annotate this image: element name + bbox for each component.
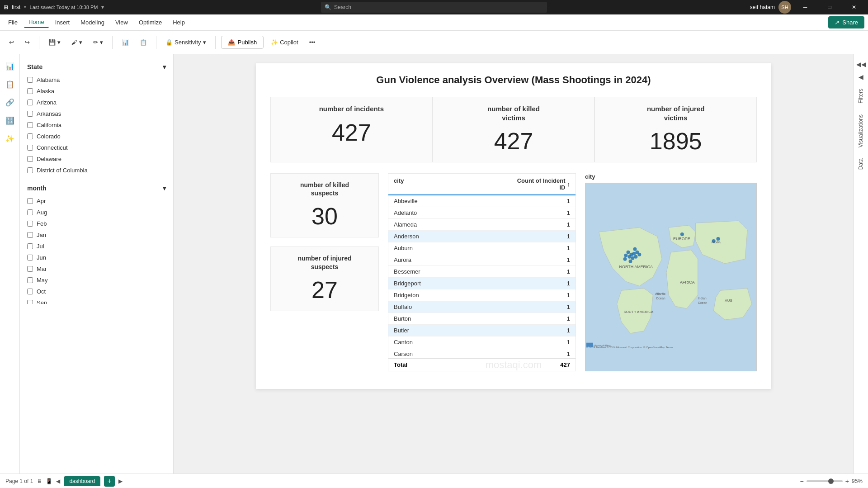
search-bar[interactable]: 🔍 Search [321,2,547,13]
svg-text:Ocean: Ocean [698,301,708,304]
map-container[interactable]: NORTH AMERICA SOUTH AMERICA EUROPE AFRIC… [585,183,757,371]
month-checkbox-8[interactable] [27,289,33,294]
nav-dax-icon[interactable]: 🔢 [2,112,18,128]
tab-visualizations[interactable]: Visualizations [855,109,868,153]
next-page-button[interactable]: ▶ [118,478,123,484]
close-button[interactable]: ✕ [844,0,864,14]
state-label-7: Delaware [37,156,61,162]
menu-view[interactable]: View [111,17,132,28]
state-checkbox-3[interactable] [27,111,33,117]
zoom-in-button[interactable]: + [845,478,849,485]
state-checkbox-6[interactable] [27,145,33,151]
zoom-out-button[interactable]: − [800,478,804,485]
state-item-2[interactable]: Arizona [25,97,168,108]
state-checkbox-4[interactable] [27,122,33,128]
nav-model-icon[interactable]: 🔗 [2,94,18,110]
dropdown-icon[interactable]: ▾ [101,4,104,10]
state-checkbox-8[interactable] [27,167,33,173]
month-checkbox-7[interactable] [27,277,33,283]
state-item-3[interactable]: Arkansas [25,108,168,119]
collapse-inner-button[interactable]: ◀ [856,71,866,83]
sensitivity-icon: 🔒 [165,39,173,46]
map-svg: NORTH AMERICA SOUTH AMERICA EUROPE AFRIC… [585,183,756,371]
undo-button[interactable]: ↩ [5,36,18,48]
month-label-5: Jun [37,254,46,261]
state-filter-header[interactable]: State ▾ [25,60,168,74]
month-item-7[interactable]: May [25,275,168,286]
month-item-4[interactable]: Jul [25,241,168,252]
month-checkbox-3[interactable] [27,232,33,238]
more-button[interactable]: ••• [306,36,319,48]
month-item-1[interactable]: Aug [25,207,168,218]
month-checkbox-2[interactable] [27,221,33,227]
nav-report-icon[interactable]: 📊 [2,58,18,74]
state-item-1[interactable]: Alaska [25,85,168,97]
city-count: 1 [516,303,570,310]
menu-optimize[interactable]: Optimize [134,17,166,28]
state-item-8[interactable]: District of Columbia [25,165,168,174]
month-item-9[interactable]: Sep [25,297,168,304]
app-grid-icon: ⊞ [4,4,8,10]
monitor-icon[interactable]: 🖥 [37,478,42,484]
collapse-panel-button[interactable]: ◀◀ [854,58,868,71]
kpi-incidents-label: number of incidents [274,104,429,114]
state-item-6[interactable]: Connecticut [25,142,168,153]
month-item-2[interactable]: Feb [25,218,168,229]
state-checkbox-0[interactable] [27,77,33,83]
month-item-5[interactable]: Jun [25,252,168,263]
copilot-button[interactable]: ✨ Copilot [267,36,302,48]
menu-help[interactable]: Help [168,17,189,28]
menu-insert[interactable]: Insert [51,17,75,28]
save-button[interactable]: 💾 ▾ [45,36,64,48]
tab-filters[interactable]: Filters [855,83,868,109]
month-checkbox-1[interactable] [27,209,33,215]
month-checkbox-9[interactable] [27,300,33,304]
month-item-6[interactable]: Mar [25,263,168,275]
city-name: Alameda [394,221,516,228]
month-checkbox-6[interactable] [27,266,33,272]
month-filter-header[interactable]: month ▾ [25,181,168,195]
nav-data-icon[interactable]: 📋 [2,76,18,92]
month-checkbox-5[interactable] [27,255,33,261]
format-button[interactable]: 🖌 ▾ [68,36,86,48]
menu-home[interactable]: Home [24,17,49,28]
month-item-8[interactable]: Oct [25,286,168,297]
sensitivity-button[interactable]: 🔒 Sensitivity ▾ [162,36,210,48]
share-button[interactable]: ↗ Share [828,16,864,28]
prev-page-button[interactable]: ◀ [56,478,60,484]
month-checkbox-0[interactable] [27,198,33,204]
sort-asc-icon[interactable]: ↑ [567,181,571,188]
avatar[interactable]: SH [778,1,791,14]
phone-icon[interactable]: 📱 [46,478,52,484]
publish-button[interactable]: 📤 Publish [221,36,264,49]
svg-point-13 [680,232,684,236]
state-item-0[interactable]: Alabama [25,74,168,85]
add-tab-button[interactable]: + [104,476,115,487]
dashboard-tab[interactable]: dashboard [64,476,100,486]
state-item-5[interactable]: Colorado [25,131,168,142]
state-label-2: Arizona [37,99,57,106]
state-checkbox-7[interactable] [27,156,33,162]
table-row: Anderson1 [388,231,576,242]
table-button[interactable]: 📋 [136,36,151,48]
minimize-button[interactable]: ─ [795,0,816,14]
redo-button[interactable]: ↪ [21,36,33,48]
state-item-4[interactable]: California [25,119,168,131]
month-checkbox-4[interactable] [27,243,33,249]
month-item-0[interactable]: Apr [25,195,168,207]
nav-copilot-icon[interactable]: ✨ [2,130,18,147]
month-item-3[interactable]: Jan [25,229,168,241]
zoom-slider[interactable] [807,480,843,482]
menu-modeling[interactable]: Modeling [76,17,109,28]
table-row: Buffalo1 [388,301,576,313]
maximize-button[interactable]: □ [819,0,840,14]
menu-file[interactable]: File [4,17,22,28]
state-item-7[interactable]: Delaware [25,153,168,165]
username: seif hatam [750,4,775,10]
tab-data[interactable]: Data [855,153,868,175]
state-checkbox-2[interactable] [27,99,33,105]
state-checkbox-5[interactable] [27,133,33,139]
edit-button[interactable]: ✏ ▾ [90,36,107,48]
chart-button[interactable]: 📊 [118,36,132,48]
state-checkbox-1[interactable] [27,88,33,94]
